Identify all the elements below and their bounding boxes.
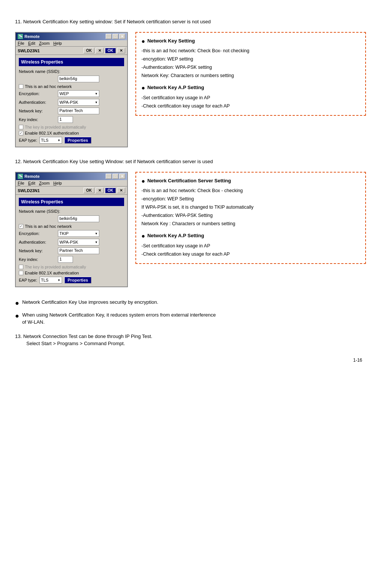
eap-select2[interactable]: TLS ▼ [39,277,62,283]
properties-btn2[interactable]: Properties [64,277,91,283]
menu-zoom2[interactable]: Zoom [39,181,50,185]
ok-btn1[interactable]: OK [83,48,94,53]
ssid-value2: belkin54g [59,216,77,221]
info-line5-12: Network Key : Characters or numbers sett… [141,220,360,227]
section12-title: 12. Network Certification Key Use settin… [15,159,366,164]
auth-value2: WPA-PSK [59,240,78,244]
ok-btn3[interactable]: OK [83,188,94,193]
bottom-bullet1-text: Network Certification Key Use improves s… [22,299,158,306]
auth-arrow2: ▼ [95,241,98,244]
close-x-btn2[interactable]: ✕ [117,48,125,53]
adhoc-checkbox2[interactable]: ✓ [19,224,23,229]
info-line6-12: -Set certification key usage in AP [141,242,360,250]
info-line3-11: -Authentication: WPA-PSK setting [141,64,360,71]
auth-select1[interactable]: WPA-PSK ▼ [58,99,99,106]
ssid-input1[interactable]: belkin54g [58,76,99,82]
close-x-btn1[interactable]: ✕ [96,48,104,53]
wlan-title2: Wireless Properties [21,199,63,205]
ssid-input2[interactable]: belkin54g [58,215,99,222]
adhoc-checkbox1[interactable] [19,84,23,89]
bullet2-title-11: Network Key A.P Setting [147,84,204,92]
dialog1-titlebar-buttons: _ □ ✕ [106,34,125,39]
info-line1-11: -this is an ad hoc network: Check Box- n… [141,47,360,55]
bullet-dot-bottom1: ● [15,299,19,308]
bottom-bullet2-line2: of W-LAN. [22,319,45,325]
ok-btn4[interactable]: OK [105,188,116,193]
eap-value1: TLS [41,138,49,142]
enable802-checkbox1[interactable]: ✓ [19,131,23,135]
bullet-dot-1-11: ● [141,37,145,45]
keyindex-input2[interactable]: 1 [58,256,73,263]
autoprovide-checkbox2[interactable] [19,265,23,269]
toolbar-label: SWLD23N1 [18,48,40,53]
dialog2-titlebar-buttons: _ □ ✕ [106,174,125,179]
info-line2-11: -encryption: WEP setting [141,55,360,63]
eap-select1[interactable]: TLS ▼ [39,137,62,144]
menu-file2[interactable]: File [18,181,24,185]
menu-edit[interactable]: Edit [28,41,35,45]
ssid-label1: Network name (SSID): [19,69,60,74]
encryption-select1[interactable]: WEP ▼ [58,90,99,97]
eap-label1: EAP type: [19,138,37,142]
ssid-row1: Network name (SSID): [19,69,124,74]
section12-block: 📡 Remote _ □ ✕ File Edit Zoom Help SWLD2… [15,172,366,287]
close-x-btn4[interactable]: ✕ [117,188,125,193]
dialog2-body: Wireless Properties Network name (SSID):… [16,195,127,286]
autoprovide-row1: The key is provided automatically [19,125,124,129]
keyindex-row2: Key index: 1 [19,256,124,263]
close-x-btn3[interactable]: ✕ [96,188,104,193]
netkey-input1[interactable]: Partner Tech [58,108,99,114]
auth-arrow1: ▼ [95,101,98,104]
keyindex-value2: 1 [59,257,62,261]
bullet2-11: ● Network Key A.P Setting [141,84,360,92]
auth-row1: Authentication: WPA-PSK ▼ [19,99,124,106]
autoprovide-label2: The key is provided automatically [25,265,86,269]
bullet1-11: ● Network Key Setting [141,37,360,45]
bullet-dot-1-12: ● [141,177,145,185]
minimize-btn[interactable]: _ [106,34,112,39]
keyindex-input1[interactable]: 1 [58,116,73,123]
info-line7-12: -Check certification key usage for each … [141,250,360,258]
encryption-label1: Encryption: [19,91,56,96]
bullet-dot-2-12: ● [141,232,145,240]
enable802-checkbox2[interactable] [19,271,23,275]
keyindex-value1: 1 [59,117,62,121]
toolbar-label2: SWLD23N1 [18,188,40,193]
netkey-input2[interactable]: Partner Tech [58,247,99,254]
maximize-btn2[interactable]: □ [112,174,118,179]
section13-title: 13. Network Connection Test can be done … [15,333,366,339]
ok-btn2[interactable]: OK [105,48,116,53]
section13-sub: Select Start > Programs > Command Prompt… [15,341,366,346]
minimize-btn2[interactable]: _ [106,174,112,179]
encryption-value1: WEP [59,91,69,96]
menu-file[interactable]: File [18,41,24,45]
menu-help[interactable]: Help [53,41,62,45]
close-btn2[interactable]: ✕ [119,174,125,179]
keyindex-label2: Key index: [19,257,56,262]
menu-help2[interactable]: Help [53,181,62,185]
menu-edit2[interactable]: Edit [28,181,35,185]
autoprovide-row2: The key is provided automatically [19,265,124,269]
keyindex-row1: Key index: 1 [19,116,124,123]
section11-block: 📡 Remote _ □ ✕ File Edit Zoom Help SWLD2… [15,32,366,147]
ssid-input-row2: belkin54g [19,215,124,222]
autoprovide-checkbox1[interactable] [19,125,23,129]
bullet-dot-bottom2: ● [15,312,19,320]
encryption-select2[interactable]: TKIP ▼ [58,230,99,237]
menu-zoom[interactable]: Zoom [39,41,50,45]
bottom-bullet2-line1: When using Network Certification Key, it… [22,312,216,318]
properties-btn1[interactable]: Properties [64,137,91,144]
close-btn[interactable]: ✕ [119,34,125,39]
dialog2-toolbar: SWLD23N1 OK ✕ OK ✕ [16,186,127,195]
adhoc-row2: ✓ This is an ad hoc network [19,224,124,229]
bullet2-12: ● Network Key A.P Setting [141,232,360,240]
auth-select2[interactable]: WPA-PSK ▼ [58,239,99,246]
page-num-text: 1-16 [353,358,362,363]
encryption-arrow1: ▼ [95,92,98,95]
info-line1-12: -this is an ad hoc network: Check Box - … [141,187,360,194]
wlan-header2: Wireless Properties [19,198,124,206]
ssid-input-row1: belkin54g [19,76,124,82]
maximize-btn[interactable]: □ [112,34,118,39]
enable802-label2: Enable 802.1X authentication [25,271,79,275]
autoprovide-label1: The key is provided automatically [25,125,86,129]
